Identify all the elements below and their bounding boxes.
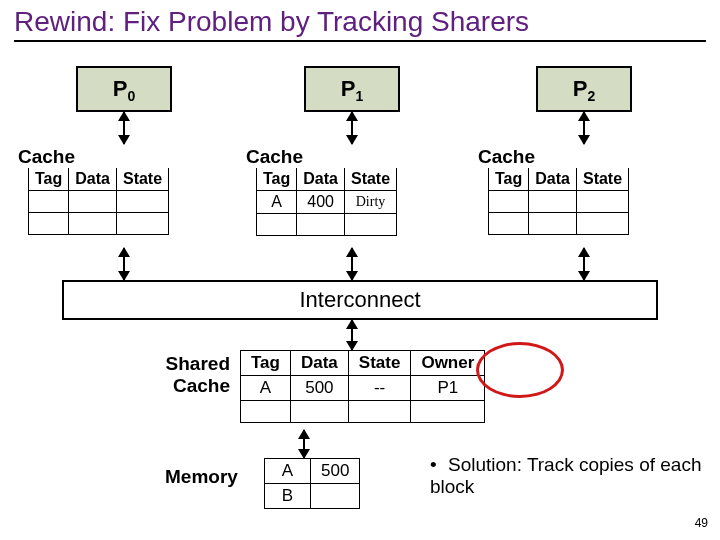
shared-r0-owner: P1	[411, 376, 485, 401]
processor-p2: P2	[536, 66, 632, 112]
cache-p2-r1-data	[529, 213, 577, 235]
proc-p2-sub: 2	[587, 88, 595, 104]
cache-p2-r0-state	[576, 191, 628, 213]
cache-p0-h-state: State	[116, 168, 168, 191]
processor-p0: P0	[76, 66, 172, 112]
proc-p0-sub: 0	[127, 88, 135, 104]
cache-p0-r0-tag	[29, 191, 69, 213]
arrow-p2-cache	[583, 112, 585, 144]
cache-p2-h-tag: Tag	[489, 168, 529, 191]
shared-r1-owner	[411, 401, 485, 423]
cache-p0-r0-data	[69, 191, 117, 213]
shared-cache-table: Tag Data State Owner A 500 -- P1	[240, 350, 485, 423]
shared-r0-data: 500	[290, 376, 348, 401]
slide-title: Rewind: Fix Problem by Tracking Sharers	[14, 6, 706, 42]
memory-table: A500 B	[264, 458, 360, 509]
cache-p0-r0-state	[116, 191, 168, 213]
shared-cache-label-l2: Cache	[173, 375, 230, 396]
cache-p1-h-data: Data	[297, 168, 345, 191]
cache-p2-r1-state	[576, 213, 628, 235]
cache-p0-h-data: Data	[69, 168, 117, 191]
arrow-p2-interconnect	[583, 248, 585, 280]
cache-p0-r1-tag	[29, 213, 69, 235]
cache-p2-r0-tag	[489, 191, 529, 213]
cache-p0-r1-state	[116, 213, 168, 235]
shared-cache-label: Shared Cache	[150, 353, 230, 397]
cache-p2-h-state: State	[576, 168, 628, 191]
arrow-p0-cache	[123, 112, 125, 144]
bullet-text: Solution: Track copies of each block	[430, 454, 701, 497]
cache-p1-r0-data: 400	[297, 191, 345, 214]
mem-r1-addr: B	[265, 484, 311, 509]
mem-r0-data: 500	[311, 459, 360, 484]
shared-r0-tag: A	[241, 376, 291, 401]
bullet-point: •Solution: Track copies of each block	[430, 454, 710, 498]
shared-h-state: State	[348, 351, 411, 376]
shared-r1-state	[348, 401, 411, 423]
shared-h-data: Data	[290, 351, 348, 376]
shared-r1-data	[290, 401, 348, 423]
cache-p2-h-data: Data	[529, 168, 577, 191]
cache-p1-r1-data	[297, 214, 345, 236]
arrow-p1-interconnect	[351, 248, 353, 280]
cache-label-p2: Cache	[478, 146, 535, 168]
cache-p1-r1-state	[344, 214, 396, 236]
arrow-interconnect-shared	[351, 320, 353, 350]
bullet-dot-icon: •	[430, 454, 448, 476]
highlight-owner-ellipse	[476, 342, 564, 398]
cache-label-p0: Cache	[18, 146, 75, 168]
cache-label-p1: Cache	[246, 146, 303, 168]
shared-r0-state: --	[348, 376, 411, 401]
memory-label: Memory	[165, 466, 238, 488]
processor-p1: P1	[304, 66, 400, 112]
cache-p0-h-tag: Tag	[29, 168, 69, 191]
proc-p1-letter: P	[341, 76, 356, 101]
interconnect-bar: Interconnect	[62, 280, 658, 320]
mem-r0-addr: A	[265, 459, 311, 484]
arrow-p0-interconnect	[123, 248, 125, 280]
proc-p0-letter: P	[113, 76, 128, 101]
cache-p1-r0-state: Dirty	[344, 191, 396, 214]
shared-r1-tag	[241, 401, 291, 423]
cache-table-p1: TagDataState A400Dirty	[256, 168, 397, 236]
arrow-p1-cache	[351, 112, 353, 144]
cache-p1-r0-tag: A	[257, 191, 297, 214]
proc-p1-sub: 1	[355, 88, 363, 104]
slide-number: 49	[695, 516, 708, 530]
shared-cache-label-l1: Shared	[166, 353, 230, 374]
cache-table-p0: TagDataState	[28, 168, 169, 235]
cache-p2-r1-tag	[489, 213, 529, 235]
cache-table-p2: TagDataState	[488, 168, 629, 235]
cache-p2-r0-data	[529, 191, 577, 213]
arrow-shared-memory	[303, 430, 305, 458]
mem-r1-data	[311, 484, 360, 509]
cache-p1-h-state: State	[344, 168, 396, 191]
shared-h-owner: Owner	[411, 351, 485, 376]
cache-p1-h-tag: Tag	[257, 168, 297, 191]
cache-p1-r1-tag	[257, 214, 297, 236]
cache-p0-r1-data	[69, 213, 117, 235]
proc-p2-letter: P	[573, 76, 588, 101]
shared-h-tag: Tag	[241, 351, 291, 376]
